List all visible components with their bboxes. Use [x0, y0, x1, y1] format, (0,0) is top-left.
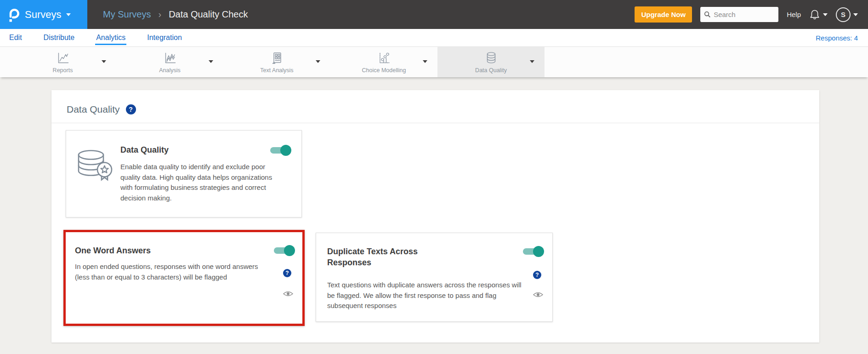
chevron-down-icon[interactable]	[209, 60, 213, 63]
divider	[51, 123, 819, 123]
breadcrumb-parent[interactable]: My Surveys	[103, 9, 151, 20]
database-quality-icon	[75, 149, 118, 182]
header-actions: Upgrade Now Help S	[635, 6, 868, 23]
chevron-down-icon[interactable]	[316, 60, 320, 63]
card-description: Enable data quality to identify and excl…	[120, 162, 278, 203]
card-description: In open ended questions, responses with …	[75, 262, 270, 282]
tab-label: Data Quality	[475, 67, 507, 74]
database-icon	[484, 51, 498, 65]
chevron-down-icon	[823, 13, 828, 16]
card-help-icon[interactable]: ?	[533, 271, 541, 279]
tab-reports[interactable]: Reports	[9, 47, 116, 77]
chevron-down-icon[interactable]	[102, 60, 106, 63]
card-data-quality: Data Quality Enable data quality to iden…	[66, 130, 302, 217]
multi-line-chart-icon	[163, 51, 177, 65]
tab-label: Analysis	[159, 67, 181, 74]
tab-label: Text Analysis	[260, 67, 293, 74]
card-duplicate-texts: Duplicate Texts Across Responses ? Text …	[316, 233, 553, 322]
tab-label: Reports	[53, 67, 73, 74]
toggle-knob	[533, 246, 544, 257]
tab-label: Choice Modelling	[362, 67, 406, 74]
preview-eye-icon[interactable]	[533, 291, 544, 298]
panel-header: Data Quality ?	[51, 90, 819, 115]
toggle-knob	[284, 245, 295, 256]
chevron-down-icon[interactable]	[423, 60, 427, 63]
questionpro-logo-icon	[6, 6, 20, 23]
tab-data-quality[interactable]: Data Quality	[437, 47, 545, 77]
main-content: Data Quality ? Data Qual	[0, 77, 868, 354]
card-help-icon[interactable]: ?	[283, 269, 291, 277]
page-title: Data Quality	[67, 104, 120, 115]
breadcrumb-current: Data Quality Check	[169, 9, 248, 20]
upgrade-now-button[interactable]: Upgrade Now	[635, 6, 692, 23]
toggle-knob	[280, 145, 291, 156]
preview-eye-icon[interactable]	[283, 290, 294, 297]
nav-item-integration[interactable]: Integration	[146, 31, 183, 45]
app: Surveys My Surveys › Data Quality Check …	[0, 0, 868, 354]
card-title: One Word Answers	[75, 246, 151, 256]
account-menu[interactable]: S	[836, 7, 858, 22]
analytics-toolbar: Reports Analysis Text Analysis	[0, 46, 868, 77]
help-link[interactable]: Help	[787, 11, 801, 18]
breadcrumb: My Surveys › Data Quality Check	[103, 9, 248, 20]
tab-choice-modelling[interactable]: Choice Modelling	[330, 47, 437, 77]
bell-icon	[809, 9, 820, 21]
duplicate-texts-toggle[interactable]	[522, 246, 544, 257]
one-word-answers-toggle[interactable]	[273, 245, 295, 256]
nav-item-edit[interactable]: Edit	[8, 31, 23, 45]
product-name: Surveys	[25, 9, 61, 21]
card-title: Data Quality	[120, 145, 169, 155]
page-help-icon[interactable]: ?	[126, 104, 136, 114]
card-description: Text questions with duplicate answers ac…	[327, 280, 522, 311]
tab-analysis[interactable]: Analysis	[116, 47, 223, 77]
search-input[interactable]	[714, 11, 769, 18]
data-quality-toggle[interactable]	[269, 145, 291, 156]
top-header: Surveys My Surveys › Data Quality Check …	[0, 0, 868, 29]
chevron-down-icon[interactable]	[530, 60, 534, 63]
survey-section-nav: Edit Distribute Analytics Integration Re…	[0, 29, 868, 46]
search-box[interactable]	[700, 7, 778, 22]
responses-count[interactable]: Responses: 4	[816, 34, 858, 42]
search-icon	[704, 11, 711, 18]
card-title: Duplicate Texts Across Responses	[327, 246, 437, 268]
line-chart-icon	[56, 51, 70, 65]
document-icon	[270, 51, 284, 65]
breadcrumb-separator: ›	[158, 9, 161, 20]
product-switcher[interactable]: Surveys	[0, 0, 87, 29]
chevron-down-icon	[853, 13, 858, 16]
data-quality-panel: Data Quality ? Data Qual	[51, 90, 819, 343]
tab-text-analysis[interactable]: Text Analysis	[223, 47, 330, 77]
card-one-word-answers: One Word Answers In open ended questions…	[63, 230, 305, 326]
nav-item-analytics[interactable]: Analytics	[95, 31, 126, 45]
chevron-down-icon	[66, 13, 71, 16]
avatar: S	[836, 7, 851, 22]
notifications-button[interactable]	[809, 9, 828, 21]
nav-item-distribute[interactable]: Distribute	[43, 31, 76, 45]
bubble-chart-icon	[377, 51, 391, 65]
